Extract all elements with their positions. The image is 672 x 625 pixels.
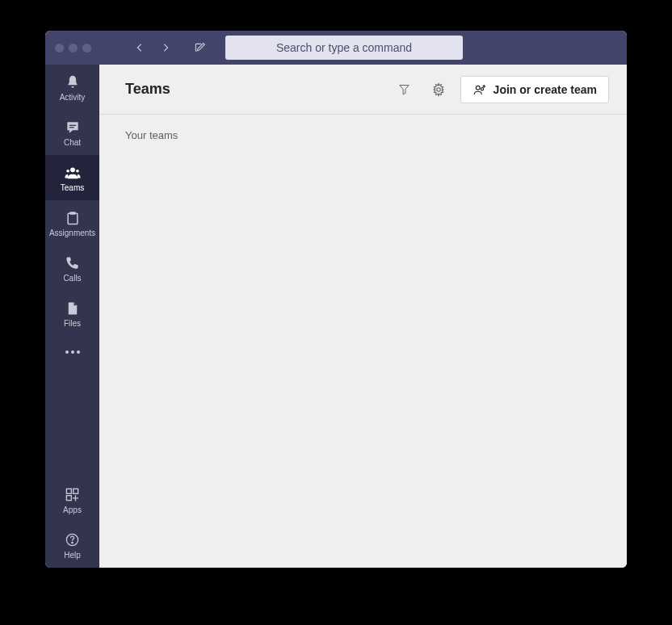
chat-icon xyxy=(64,119,82,136)
search-placeholder: Search or type a command xyxy=(276,41,412,54)
rail-item-activity[interactable]: Activity xyxy=(45,65,99,110)
window-dot-maximize[interactable] xyxy=(82,44,91,52)
svg-rect-6 xyxy=(74,489,78,493)
svg-point-2 xyxy=(70,167,75,172)
rail-item-calls[interactable]: Calls xyxy=(45,245,99,291)
settings-button[interactable] xyxy=(426,78,451,102)
svg-point-3 xyxy=(66,169,69,172)
svg-point-14 xyxy=(481,87,483,90)
rail-label: Activity xyxy=(60,93,86,102)
your-teams-label: Your teams xyxy=(125,129,601,141)
apps-icon xyxy=(64,486,82,504)
rail-label: Calls xyxy=(63,274,81,283)
rail-item-chat[interactable]: Chat xyxy=(45,110,99,155)
back-button[interactable] xyxy=(130,38,149,57)
rail-item-teams[interactable]: Teams xyxy=(45,155,99,200)
help-icon xyxy=(64,531,82,549)
svg-point-4 xyxy=(76,169,79,172)
rail-label: Apps xyxy=(63,505,82,514)
app-rail: Activity Chat Teams Assignments xyxy=(45,65,99,568)
svg-rect-5 xyxy=(66,489,71,493)
compose-icon xyxy=(193,41,207,55)
window-dot-close[interactable] xyxy=(55,44,64,52)
svg-rect-7 xyxy=(66,496,71,501)
filter-icon xyxy=(397,82,411,96)
assignments-icon xyxy=(64,209,82,227)
gear-icon xyxy=(431,82,446,97)
chevron-left-icon xyxy=(134,42,145,53)
team-add-icon xyxy=(472,82,487,97)
content-area: Your teams xyxy=(99,115,627,568)
rail-item-help[interactable]: Help xyxy=(45,522,99,568)
forward-button[interactable] xyxy=(156,38,175,57)
phone-icon xyxy=(64,254,82,272)
teams-icon xyxy=(64,164,82,182)
main-header: Teams Join or create team xyxy=(99,65,627,115)
rail-item-apps[interactable]: Apps xyxy=(45,477,99,522)
rail-label: Assignments xyxy=(49,229,95,237)
compose-button[interactable] xyxy=(190,38,209,57)
main-area: Teams Join or create team Your teams xyxy=(99,65,627,568)
svg-point-11 xyxy=(72,542,73,543)
rail-label: Chat xyxy=(64,138,81,147)
search-input[interactable]: Search or type a command xyxy=(225,36,463,60)
title-bar: Search or type a command xyxy=(45,31,627,65)
rail-label: Help xyxy=(64,551,81,560)
window-dot-minimize[interactable] xyxy=(69,44,78,52)
rail-item-assignments[interactable]: Assignments xyxy=(45,200,99,245)
svg-point-12 xyxy=(436,87,440,91)
bell-icon xyxy=(64,73,82,91)
filter-button[interactable] xyxy=(393,78,417,102)
dot-icon xyxy=(71,350,74,354)
file-icon xyxy=(64,300,82,317)
rail-label: Files xyxy=(64,319,81,328)
join-or-create-team-button[interactable]: Join or create team xyxy=(460,76,609,103)
svg-rect-1 xyxy=(69,127,74,128)
join-button-label: Join or create team xyxy=(494,83,597,96)
chevron-right-icon xyxy=(160,42,171,53)
rail-label: Teams xyxy=(61,183,84,192)
rail-item-files[interactable]: Files xyxy=(45,291,99,336)
rail-more-button[interactable] xyxy=(45,336,99,368)
dot-icon xyxy=(65,350,69,354)
app-window: Search or type a command Activity Chat xyxy=(45,31,627,568)
svg-point-13 xyxy=(476,86,480,90)
svg-rect-0 xyxy=(69,124,75,125)
page-title: Teams xyxy=(125,81,383,98)
dot-icon xyxy=(77,350,80,354)
